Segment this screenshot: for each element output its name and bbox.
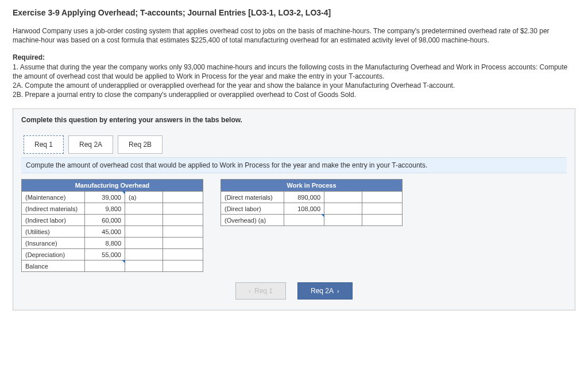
sub-instruction: Compute the amount of overhead cost that… (21, 157, 567, 173)
manufacturing-overhead-table: Manufacturing Overhead (Maintenance) 39,… (21, 179, 203, 272)
tab-req2a[interactable]: Req 2A (68, 135, 113, 154)
wip-debit-cell[interactable] (284, 215, 324, 226)
mo-credit-label (125, 215, 163, 226)
required-item-2b: 2B. Prepare a journal entry to close the… (13, 90, 575, 99)
table-row: (Depreciation) 55,000 (22, 249, 203, 260)
tabs: Req 1 Req 2A Req 2B (21, 135, 567, 154)
mo-row-label: (Utilities) (22, 226, 85, 238)
wip-row-label: (Direct materials) (221, 192, 284, 203)
mo-header: Manufacturing Overhead (22, 180, 203, 192)
mo-credit-cell[interactable] (163, 249, 203, 260)
table-row: (Overhead) (a) (221, 215, 403, 226)
page-title: Exercise 3-9 Applying Overhead; T-accoun… (13, 8, 575, 17)
wip-credit-cell[interactable] (362, 203, 403, 215)
wip-debit-cell[interactable]: 890,000 (284, 192, 324, 203)
table-row: (Indirect labor) 60,000 (22, 215, 203, 226)
mo-credit-cell[interactable] (163, 203, 203, 215)
mo-debit-cell[interactable]: 60,000 (85, 215, 125, 226)
table-row: Balance (22, 260, 203, 272)
mo-debit-cell[interactable]: 45,000 (85, 226, 125, 238)
mo-credit-label (125, 260, 163, 272)
mo-debit-cell[interactable]: 8,800 (85, 238, 125, 249)
tab-req1[interactable]: Req 1 (24, 135, 64, 154)
table-row: (Insurance) 8,800 (22, 238, 203, 249)
mo-debit-cell[interactable] (85, 260, 125, 272)
mo-row-label: (Maintenance) (22, 192, 85, 203)
wip-header: Work in Process (221, 180, 403, 192)
next-button[interactable]: Req 2A › (297, 282, 353, 300)
wip-row-label: (Direct labor) (221, 203, 284, 215)
required-block: Required: 1. Assume that during the year… (13, 53, 575, 99)
mo-row-label: (Depreciation) (22, 249, 85, 260)
mo-row-label: Balance (22, 260, 85, 272)
nav-buttons: ‹ Req 1 Req 2A › (21, 282, 567, 300)
mo-debit-cell[interactable]: 39,000 (85, 192, 125, 203)
wip-credit-label (324, 203, 362, 215)
panel-instruction: Complete this question by entering your … (21, 116, 567, 124)
required-item-2a: 2A. Compute the amount of underapplied o… (13, 81, 575, 90)
prev-button[interactable]: ‹ Req 1 (235, 282, 286, 300)
mo-credit-cell[interactable] (163, 238, 203, 249)
mo-row-label: (Indirect labor) (22, 215, 85, 226)
mo-credit-cell[interactable] (163, 215, 203, 226)
chevron-right-icon: › (337, 287, 339, 294)
next-button-label: Req 2A (311, 287, 334, 295)
wip-credit-label (324, 215, 362, 226)
mo-row-label: (Insurance) (22, 238, 85, 249)
mo-credit-label (125, 226, 163, 238)
tab-req2b[interactable]: Req 2B (118, 135, 163, 154)
work-in-process-table: Work in Process (Direct materials) 890,0… (220, 179, 403, 226)
mo-credit-cell[interactable] (163, 260, 203, 272)
mo-debit-cell[interactable]: 9,800 (85, 203, 125, 215)
mo-credit-label (125, 238, 163, 249)
mo-credit-label: (a) (125, 192, 163, 203)
mo-credit-cell[interactable] (163, 226, 203, 238)
mo-row-label: (Indirect materials) (22, 203, 85, 215)
mo-credit-label (125, 249, 163, 260)
mo-credit-label (125, 203, 163, 215)
wip-credit-label (324, 192, 362, 203)
table-row: (Maintenance) 39,000 (a) (22, 192, 203, 203)
prev-button-label: Req 1 (254, 287, 273, 295)
t-accounts-row: Manufacturing Overhead (Maintenance) 39,… (21, 179, 567, 272)
wip-credit-cell[interactable] (362, 215, 403, 226)
wip-row-label: (Overhead) (a) (221, 215, 284, 226)
chevron-left-icon: ‹ (249, 287, 251, 294)
wip-debit-cell[interactable]: 108,000 (284, 203, 324, 215)
table-row: (Utilities) 45,000 (22, 226, 203, 238)
required-label: Required: (13, 53, 575, 62)
intro-text: Harwood Company uses a job-order costing… (13, 26, 575, 45)
required-item-1: 1. Assume that during the year the compa… (13, 63, 575, 81)
table-row: (Direct labor) 108,000 (221, 203, 403, 215)
answer-panel: Complete this question by entering your … (13, 108, 575, 310)
wip-credit-cell[interactable] (362, 192, 403, 203)
table-row: (Indirect materials) 9,800 (22, 203, 203, 215)
table-row: (Direct materials) 890,000 (221, 192, 403, 203)
mo-debit-cell[interactable]: 55,000 (85, 249, 125, 260)
mo-credit-cell[interactable] (163, 192, 203, 203)
